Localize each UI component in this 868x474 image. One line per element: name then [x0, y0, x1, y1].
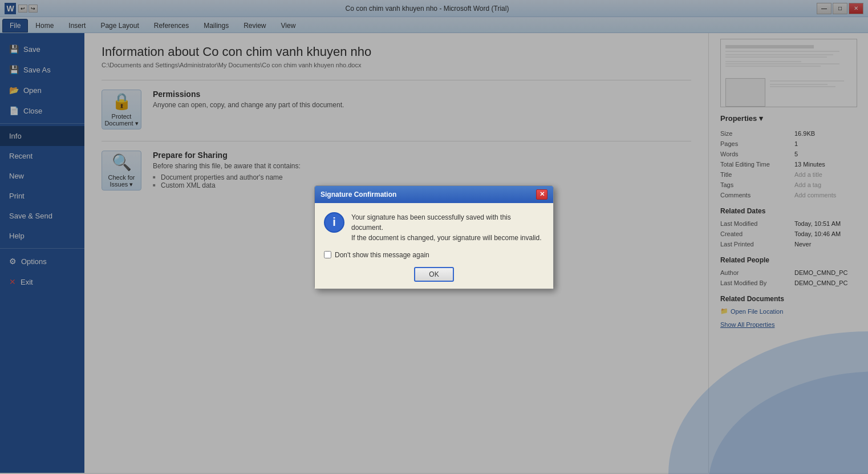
dialog-buttons: OK: [324, 267, 544, 282]
dont-show-label: Don't show this message again: [335, 251, 429, 259]
dialog-titlebar: Signature Confirmation ✕: [315, 186, 553, 203]
dialog-title: Signature Confirmation: [321, 191, 396, 198]
dialog-text: Your signature has been successfully sav…: [351, 212, 544, 243]
dialog-message-line1: Your signature has been successfully sav…: [351, 213, 511, 232]
dialog-message-line2: If the document is changed, your signatu…: [351, 234, 542, 242]
signature-confirmation-dialog: Signature Confirmation ✕ i Your signatur…: [314, 185, 554, 289]
dialog-close-button[interactable]: ✕: [536, 189, 547, 200]
dialog-overlay: Signature Confirmation ✕ i Your signatur…: [0, 0, 868, 474]
dont-show-checkbox[interactable]: [324, 251, 331, 258]
info-icon: i: [324, 212, 344, 233]
dialog-body: i Your signature has been successfully s…: [315, 203, 553, 289]
dialog-message-row: i Your signature has been successfully s…: [324, 212, 544, 243]
ok-button[interactable]: OK: [414, 267, 453, 282]
dialog-checkbox-row: Don't show this message again: [324, 251, 544, 259]
